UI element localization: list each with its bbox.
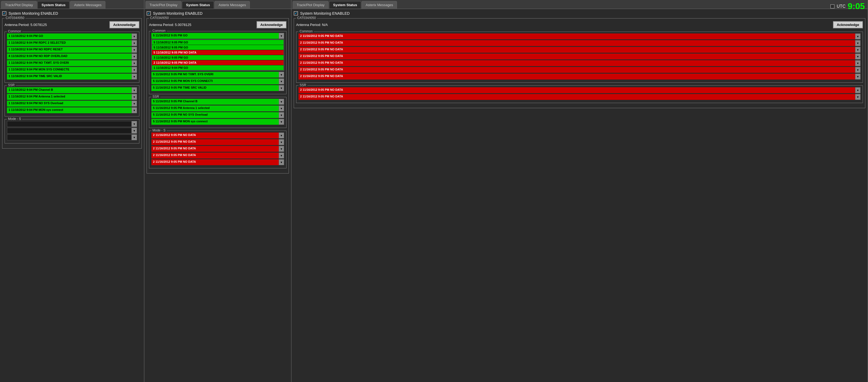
tab-track-plot-1[interactable]: Track/Plot Display: [1, 1, 37, 8]
ssr-item-arrow-2-2[interactable]: [279, 112, 284, 118]
common-item-arrow-2-0[interactable]: [279, 72, 284, 78]
common-item-arrow-3-0[interactable]: [855, 33, 861, 39]
modes-item-1-2: [7, 135, 137, 140]
modes-item-arrow-1-0[interactable]: [132, 121, 137, 127]
modes-item-arrow-2-1[interactable]: [279, 139, 284, 145]
acknowledge-button-1[interactable]: Acknowledge: [110, 21, 140, 28]
common-selected-text-2: 5 11/16/2012 9:05 PM GO: [151, 33, 279, 39]
dropdown-item-2-4[interactable]: 2 11/16/2012 9:05 PM NO DATA: [152, 60, 283, 65]
tab-track-plot-3[interactable]: Track/Plot Display: [292, 1, 329, 8]
dropdown-item-2-5[interactable]: 1 11/16/2012 9:04 PM GO: [152, 65, 283, 70]
ssr-item-arrow-3-1[interactable]: [855, 94, 861, 100]
common-item-arrow-1-5[interactable]: [132, 67, 137, 73]
antenna-row-3: Antenna Period: N/A Acknowledge: [296, 20, 863, 28]
common-item-arrow-2-1[interactable]: [279, 79, 284, 84]
utc-display: UTC 9:05: [830, 1, 865, 11]
tab-asterix-3[interactable]: Asterix Messages: [362, 1, 397, 8]
common-item-3-0: 2 11/16/2012 9:05 PM NO DATA: [299, 33, 861, 39]
tab-bar-2: Track/Plot Display System Status Asterix…: [145, 0, 291, 9]
ssr-item-arrow-3-0[interactable]: [855, 87, 861, 93]
panel-2-content: System Monitoring ENABLED CAT034/I050 An…: [145, 9, 291, 382]
common-item-1-2: 1 11/16/2012 9:04 PM NO RDPC RESET: [7, 47, 137, 53]
utc-checkbox[interactable]: [830, 4, 835, 8]
modes-item-arrow-1-2[interactable]: [132, 135, 137, 140]
tab-track-plot-2[interactable]: Track/Plot Display: [146, 1, 181, 8]
common-item-arrow-1-4[interactable]: [132, 60, 137, 66]
dropdown-item-2-0[interactable]: 5 11/16/2012 9:05 PM GO: [152, 40, 283, 45]
panel-1: Track/Plot Display System Status Asterix…: [0, 0, 145, 382]
ssr-item-1-3: 1 11/16/2012 9:04 PM MON sys connect: [7, 107, 137, 113]
acknowledge-button-2[interactable]: Acknowledge: [256, 21, 286, 28]
common-item-1-0: 1 11/16/2012 9:04 PM GO: [7, 33, 137, 39]
common-dropdown-list-2: 5 11/16/2012 9:05 PM GO 5 11/16/2012 9:0…: [151, 39, 284, 71]
dropdown-item-2-1[interactable]: 5 11/16/2012 9:05 PM GO: [152, 45, 283, 50]
ssr-item-arrow-2-1[interactable]: [279, 106, 284, 111]
ssr-item-1-1: 1 11/16/2012 9:04 PM Antenna 1 selected: [7, 94, 137, 100]
ssr-item-2-1: 5 11/16/2012 9:05 PM Antenna 1 selected: [151, 106, 284, 111]
time-display: 9:05: [848, 1, 865, 11]
common-item-1-5: 1 11/16/2012 9:04 PM MON SYS CONNECTE: [7, 67, 137, 73]
common-item-text-3-5: 2 11/16/2012 9:05 PM NO DATA: [299, 67, 855, 73]
ssr-item-arrow-2-3[interactable]: [279, 119, 284, 125]
ssr-item-arrow-1-3[interactable]: [132, 107, 137, 113]
cat-section-title-1: CAT034/I050: [4, 16, 25, 20]
common-item-arrow-1-3[interactable]: [132, 54, 137, 59]
modes-title-2: Mode - S: [151, 128, 167, 132]
modes-item-1-1: [7, 128, 137, 134]
system-monitoring-label-3: System Monitoring ENABLED: [300, 11, 350, 16]
common-item-arrow-3-2[interactable]: [855, 47, 861, 53]
ssr-title-1: SSR: [7, 83, 16, 87]
common-item-arrow-1-0[interactable]: [132, 33, 137, 39]
system-monitoring-label-1: System Monitoring ENABLED: [8, 11, 58, 16]
ssr-item-text-1-2: 1 11/16/2012 9:04 PM NO SYS Overload: [7, 101, 132, 107]
tab-system-status-3[interactable]: System Status: [329, 1, 361, 8]
modes-item-arrow-2-2[interactable]: [279, 146, 284, 152]
common-title-3: Common: [299, 29, 314, 33]
system-monitoring-checkbox-1[interactable]: [2, 11, 6, 16]
common-item-arrow-3-5[interactable]: [855, 67, 861, 73]
common-item-text-3-2: 2 11/16/2012 9:05 PM NO DATA: [299, 47, 855, 53]
ssr-item-arrow-1-2[interactable]: [132, 101, 137, 107]
modes-item-arrow-2-3[interactable]: [279, 153, 284, 158]
ssr-item-text-1-0: 1 11/16/2012 9:04 PM Channel B: [7, 87, 132, 93]
ssr-item-text-1-1: 1 11/16/2012 9:04 PM Antenna 1 selected: [7, 94, 132, 100]
common-item-arrow-1-1[interactable]: [132, 40, 137, 46]
common-item-arrow-1-2[interactable]: [132, 47, 137, 53]
ssr-item-2-0: 5 11/16/2012 9:05 PM Channel B: [151, 99, 284, 105]
modes-item-text-2-1: 2 11/16/2012 9:05 PM NO DATA: [151, 139, 279, 145]
common-item-text-1-4: 1 11/16/2012 9:04 PM NO TXMT. SYS OVERI: [7, 60, 132, 66]
modes-item-arrow-2-0[interactable]: [279, 133, 284, 138]
common-item-3-5: 2 11/16/2012 9:05 PM NO DATA: [299, 67, 861, 73]
dropdown-item-2-3[interactable]: 3 11/16/2012 9:05 PM GO: [152, 55, 283, 60]
tab-bar-3: Track/Plot Display System Status Asterix…: [291, 0, 867, 9]
modes-item-arrow-1-1[interactable]: [132, 128, 137, 134]
common-item-3-1: 2 11/16/2012 9:05 PM NO DATA: [299, 40, 861, 46]
ssr-item-text-2-1: 5 11/16/2012 9:05 PM Antenna 1 selected: [151, 106, 279, 111]
common-item-arrow-2-2[interactable]: [279, 85, 284, 91]
common-item-arrow-3-6[interactable]: [855, 74, 861, 80]
panel-3-content: System Monitoring ENABLED CAT034/I050 An…: [291, 9, 867, 382]
system-monitoring-checkbox-3[interactable]: [294, 11, 298, 16]
tab-asterix-1[interactable]: Asterix Messages: [70, 1, 106, 8]
modes-item-2-0: 2 11/16/2012 9:05 PM NO DATA: [151, 133, 284, 138]
common-dropdown-arrow-2[interactable]: [279, 33, 284, 39]
ssr-section-1: SSR 1 11/16/2012 9:04 PM Channel B 1 11/…: [4, 85, 140, 116]
acknowledge-button-3[interactable]: Acknowledge: [833, 21, 863, 28]
tab-system-status-1[interactable]: System Status: [37, 1, 69, 8]
common-item-arrow-3-4[interactable]: [855, 60, 861, 66]
common-item-3-2: 2 11/16/2012 9:05 PM NO DATA: [299, 47, 861, 53]
dropdown-item-2-2[interactable]: 5 11/16/2012 9:05 PM NO DATA: [152, 50, 283, 55]
modes-item-arrow-2-4[interactable]: [279, 159, 284, 165]
tab-asterix-2[interactable]: Asterix Messages: [215, 1, 250, 8]
ssr-item-arrow-2-0[interactable]: [279, 99, 284, 105]
common-item-arrow-1-6[interactable]: [132, 74, 137, 80]
common-item-text-1-5: 1 11/16/2012 9:04 PM MON SYS CONNECTE: [7, 67, 132, 73]
antenna-label-1: Antenna Period: 5.0078125: [4, 23, 47, 27]
ssr-item-text-2-3: 5 11/16/2012 9:05 PM MON sys connect: [151, 119, 279, 125]
system-monitoring-checkbox-2[interactable]: [147, 11, 151, 16]
common-item-arrow-3-1[interactable]: [855, 40, 861, 46]
tab-system-status-2[interactable]: System Status: [182, 1, 214, 8]
ssr-item-arrow-1-0[interactable]: [132, 87, 137, 93]
common-item-arrow-3-3[interactable]: [855, 54, 861, 59]
ssr-item-arrow-1-1[interactable]: [132, 94, 137, 100]
